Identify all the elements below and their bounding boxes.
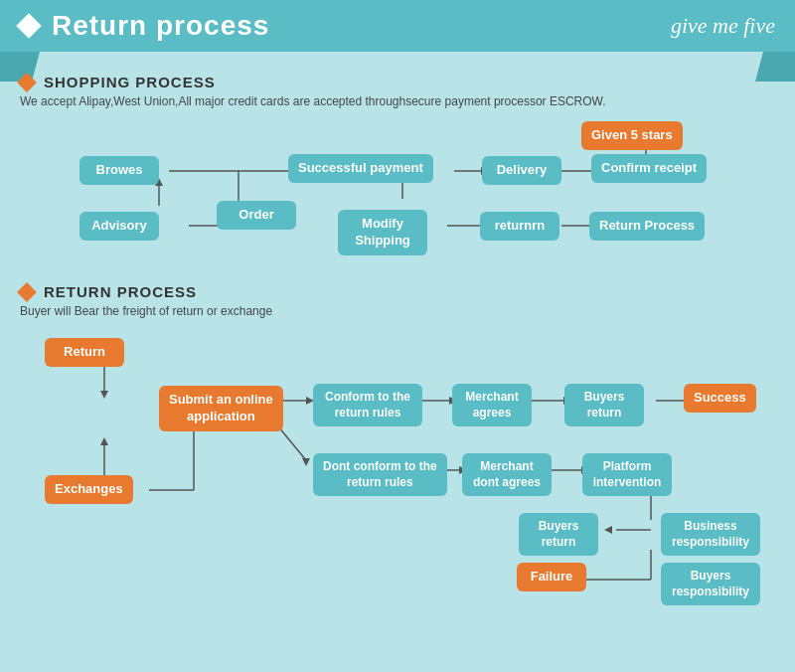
shopping-section-subtitle: We accept Alipay,West Union,All major cr…	[20, 94, 775, 108]
svg-marker-22	[100, 391, 108, 399]
given-5-stars-box: Given 5 stars	[581, 121, 683, 150]
submit-online-box: Submit an online application	[159, 386, 283, 431]
svg-marker-44	[604, 526, 612, 534]
returnrn-box: returnrn	[480, 212, 559, 241]
buyers-return1-box: Buyers return	[564, 384, 644, 426]
advisory-box: Advisory	[80, 212, 159, 241]
business-responsibility-box: Business responsibility	[661, 513, 760, 556]
return-process-box: Return Process	[589, 212, 705, 241]
shopping-section-title: SHOPPING PROCESS	[44, 74, 216, 90]
return-box: Return	[45, 338, 124, 367]
header-logo: give me five	[671, 13, 775, 39]
success-box: Success	[684, 384, 756, 413]
merchant-agrees-box: Merchant agrees	[452, 384, 532, 426]
modify-shipping-box: Modify Shipping	[338, 210, 427, 255]
header-diamond-icon	[16, 13, 41, 38]
dont-conform-rules-box: Dont conform to the return rules	[313, 453, 447, 496]
svg-marker-26	[302, 458, 310, 466]
return-section-header: RETURN PROCESS	[20, 283, 775, 300]
header: Return process give me five	[0, 0, 795, 52]
return-flow-diagram: Return Submit an online application Exch…	[20, 326, 775, 614]
page-title: Return process	[52, 10, 269, 42]
merchant-dont-agrees-box: Merchant dont agrees	[462, 453, 552, 496]
return-section: RETURN PROCESS Buyer will Bear the freig…	[20, 283, 775, 614]
confirm-receipt-box: Confirm receipt	[591, 154, 707, 183]
return-section-title: RETURN PROCESS	[44, 283, 197, 300]
shopping-flow-diagram: Given 5 stars Browes Successful payment …	[20, 116, 775, 275]
buyers-responsibility-box: Buyers responsibility	[661, 563, 760, 605]
exchanges-box: Exchanges	[45, 475, 133, 504]
browes-box: Browes	[80, 156, 159, 185]
conform-rules-box: Conform to the return rules	[313, 384, 422, 426]
return-section-subtitle: Buyer will Bear the freight of return or…	[20, 304, 775, 318]
order-box: Order	[217, 201, 296, 230]
svg-marker-28	[100, 437, 108, 445]
platform-intervention-box: Platform intervention	[582, 453, 672, 496]
failure-box: Failure	[517, 563, 586, 591]
successful-payment-box: Successful payment	[288, 154, 433, 183]
delivery-box: Delivery	[482, 156, 561, 185]
main-content: SHOPPING PROCESS We accept Alipay,West U…	[0, 52, 795, 624]
buyers-return2-box: Buyers return	[519, 513, 598, 556]
shopping-section-header: SHOPPING PROCESS	[20, 74, 775, 90]
return-diamond-icon	[17, 282, 37, 302]
